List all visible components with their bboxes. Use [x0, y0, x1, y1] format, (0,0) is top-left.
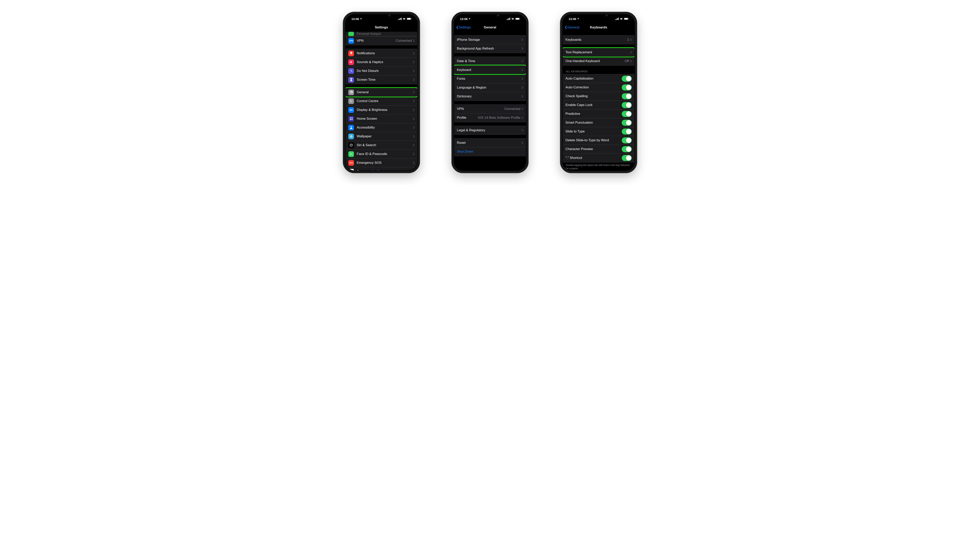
row-face-id-passcode[interactable]: Face ID & Passcode: [345, 149, 417, 158]
nav-bar: General Keyboards: [563, 23, 635, 32]
chevron-right-icon: [522, 141, 523, 144]
row-label: Predictive: [565, 112, 622, 116]
row-keyboards[interactable]: Keyboards 2: [563, 35, 635, 44]
battery-icon: [624, 17, 629, 20]
svg-rect-0: [398, 19, 399, 20]
general-content[interactable]: iPhone Storage Background App Refresh Da…: [454, 32, 526, 170]
row-one-handed-keyboard[interactable]: One-Handed Keyboard Off: [563, 57, 635, 65]
row-detail: Connected: [504, 107, 520, 111]
hotspot-icon: [348, 32, 354, 36]
row-emergency-sos[interactable]: SOS Emergency SOS: [345, 158, 417, 167]
row-label: Dictionary: [457, 94, 522, 98]
row-sounds-haptics[interactable]: Sounds & Haptics: [345, 57, 417, 67]
row-label: Background App Refresh: [457, 47, 522, 51]
row-slide-to-type: Slide to Type: [563, 127, 635, 136]
row-label: Emergency SOS: [357, 161, 413, 165]
notch: [580, 12, 617, 18]
row-vpn[interactable]: VPN Connected: [454, 105, 526, 113]
chevron-right-icon: [630, 51, 632, 54]
wifi-icon: [620, 17, 623, 20]
toggle-auto-correction[interactable]: [622, 84, 632, 90]
chevron-right-icon: [522, 60, 523, 62]
toggle-delete-slide-to-type-by-word[interactable]: [622, 137, 632, 143]
toggle-shortcut[interactable]: [622, 155, 632, 161]
row-fonts[interactable]: Fonts: [454, 74, 526, 83]
chevron-right-icon: [522, 129, 523, 132]
bell-icon: [348, 51, 354, 56]
row-label: Enable Caps Lock: [565, 103, 622, 107]
toggle-slide-to-type[interactable]: [622, 129, 632, 135]
toggle-predictive[interactable]: [622, 111, 632, 117]
row-iphone-storage[interactable]: iPhone Storage: [454, 35, 526, 44]
row-home-screen[interactable]: Home Screen: [345, 114, 417, 123]
home-indicator[interactable]: [477, 170, 503, 171]
row-dictionary[interactable]: Dictionary: [454, 92, 526, 101]
row-do-not-disturb[interactable]: Do Not Disturb: [345, 67, 417, 75]
svg-point-16: [352, 136, 353, 137]
wifi-icon: [511, 17, 514, 20]
row-personal-hotspot-partial[interactable]: Personal Hotspot: [345, 32, 417, 36]
svg-rect-29: [615, 19, 616, 20]
row-label: VPN: [457, 107, 504, 111]
row-language-region[interactable]: Language & Region: [454, 83, 526, 92]
chevron-right-icon: [413, 152, 415, 156]
row-label: iPhone Storage: [457, 38, 522, 42]
row-background-app-refresh[interactable]: Background App Refresh: [454, 44, 526, 53]
row-siri-search[interactable]: Siri & Search: [345, 141, 417, 149]
row-date-time[interactable]: Date & Time: [454, 57, 526, 65]
row-control-centre[interactable]: Control Centre: [345, 97, 417, 105]
toggle-auto-capitalisation[interactable]: [622, 76, 632, 82]
row-label: Smart Punctuation: [565, 121, 622, 125]
chevron-right-icon: [413, 91, 415, 94]
device-general: 13:08 Settings General iPhone Storage: [452, 12, 528, 173]
chevron-right-icon: [522, 116, 523, 119]
toggle-smart-punctuation[interactable]: [622, 120, 632, 126]
home-indicator[interactable]: [585, 170, 612, 171]
row-reset[interactable]: Reset: [454, 138, 526, 147]
back-button[interactable]: Settings: [456, 25, 471, 29]
row-label: VPN: [357, 39, 396, 43]
chevron-right-icon: [522, 86, 523, 89]
svg-rect-2: [400, 18, 401, 20]
home-indicator[interactable]: [368, 170, 395, 171]
row-general[interactable]: General: [345, 88, 417, 97]
settings-content[interactable]: Personal Hotspot VPN VPN Connected Notif…: [345, 32, 417, 170]
row-accessibility[interactable]: Accessibility: [345, 123, 417, 132]
row-label: Auto-Correction: [565, 86, 622, 89]
row-text-replacement[interactable]: Text Replacement: [563, 48, 635, 57]
row-screen-time[interactable]: Screen Time: [345, 75, 417, 84]
flower-icon: [348, 133, 354, 139]
row-shut-down[interactable]: Shut Down: [454, 147, 526, 156]
svg-rect-1: [399, 19, 399, 20]
row-label: Personal Hotspot: [357, 32, 381, 36]
group-notifications: Notifications Sounds & Haptics Do Not Di…: [345, 49, 417, 84]
row-display-brightness[interactable]: AA Display & Brightness: [345, 105, 417, 114]
row-exposure-notifications[interactable]: Exposure Notifications: [345, 167, 417, 170]
page-title: Keyboards: [590, 25, 607, 29]
svg-rect-3: [401, 17, 402, 20]
three-phone-layout: 13:08 Settings Personal Hotspot: [0, 0, 980, 185]
faceid-icon: [348, 151, 354, 157]
row-legal-regulatory[interactable]: Legal & Regulatory: [454, 126, 526, 135]
toggle-character-preview[interactable]: [622, 146, 632, 152]
page-title: Settings: [375, 25, 388, 29]
row-wallpaper[interactable]: Wallpaper: [345, 132, 417, 141]
status-time: 13:08: [352, 17, 359, 21]
row-notifications[interactable]: Notifications: [345, 49, 417, 57]
row-label: General: [357, 90, 413, 94]
row-profile[interactable]: Profile iOS 14 Beta Software Profile: [454, 113, 526, 122]
row-character-preview: Character Preview: [563, 144, 635, 153]
row-label: Home Screen: [357, 117, 413, 121]
toggle-enable-caps-lock[interactable]: [622, 102, 632, 108]
keyboards-content[interactable]: Keyboards 2 Text Replacement One-Handed …: [563, 32, 635, 170]
row-keyboard[interactable]: Keyboard: [454, 65, 526, 74]
status-time: 13:08: [460, 17, 468, 21]
svg-rect-6: [411, 18, 412, 19]
row-vpn[interactable]: VPN VPN Connected: [345, 37, 417, 45]
device-settings: 13:08 Settings Personal Hotspot: [343, 12, 420, 173]
back-button[interactable]: General: [565, 25, 579, 29]
chevron-right-icon: [413, 135, 415, 138]
chevron-right-icon: [522, 78, 523, 80]
toggle-check-spelling[interactable]: [622, 93, 632, 99]
hourglass-icon: [348, 77, 354, 83]
